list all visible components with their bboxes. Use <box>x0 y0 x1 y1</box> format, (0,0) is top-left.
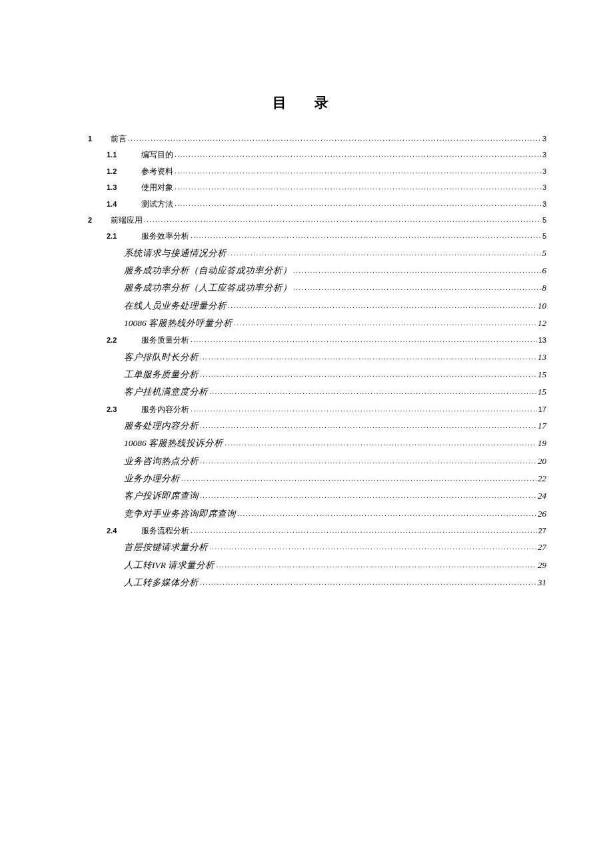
toc-leader <box>175 196 541 212</box>
toc-page-number: 10 <box>538 297 546 314</box>
toc-page-number: 8 <box>542 279 547 296</box>
toc-entry[interactable]: 2.2服务质量分析13 <box>67 332 546 348</box>
toc-entry[interactable]: 1.1编写目的3 <box>67 147 546 163</box>
toc-entry[interactable]: 客户排队时长分析13 <box>67 349 546 366</box>
toc-page-number: 24 <box>538 487 546 504</box>
toc-label: 10086 客服热线投诉分析 <box>124 435 223 452</box>
toc-label: 客户挂机满意度分析 <box>124 383 208 401</box>
toc-entry[interactable]: 客户投诉即席查询24 <box>67 487 546 505</box>
toc-entry[interactable]: 10086 客服热线外呼量分析12 <box>67 315 546 332</box>
toc-label: 服务内容分析 <box>141 402 189 417</box>
toc-entry[interactable]: 竞争对手业务咨询即席查询26 <box>67 505 546 523</box>
toc-entry[interactable]: 首层按键请求量分析27 <box>67 539 546 556</box>
toc-label: 参考资料 <box>141 164 173 179</box>
toc-entry[interactable]: 客户挂机满意度分析15 <box>67 383 546 401</box>
toc-number: 2.3 <box>107 403 136 417</box>
toc-leader <box>175 163 541 179</box>
toc-entry[interactable]: 10086 客服热线投诉分析19 <box>67 435 546 452</box>
toc-entry[interactable]: 工单服务质量分析15 <box>67 366 546 383</box>
toc-label: 工单服务质量分析 <box>124 366 199 383</box>
toc-entry[interactable]: 在线人员业务处理量分析10 <box>67 297 546 315</box>
toc-page-number: 3 <box>542 181 546 195</box>
toc-number: 1 <box>88 132 105 146</box>
toc-leader <box>225 435 536 451</box>
toc-entry[interactable]: 人工转IVR 请求量分析29 <box>67 557 546 574</box>
toc-label: 服务效率分析 <box>141 229 189 244</box>
toc-page-number: 29 <box>538 557 546 573</box>
toc-entry[interactable]: 1.4测试方法3 <box>67 196 546 212</box>
toc-page-number: 13 <box>538 349 546 365</box>
toc-label: 服务流程分析 <box>141 523 189 539</box>
toc-number: 2.1 <box>107 229 136 243</box>
toc-leader <box>293 263 541 279</box>
toc-label: 使用对象 <box>141 180 173 195</box>
toc-label: 服务处理内容分析 <box>124 417 199 435</box>
toc-page-number: 20 <box>538 453 546 469</box>
toc-leader <box>175 147 541 163</box>
toc-page-number: 5 <box>542 229 546 243</box>
toc-entry[interactable]: 服务成功率分析（人工应答成功率分析）8 <box>67 279 546 297</box>
toc-entry[interactable]: 人工转多媒体分析31 <box>67 574 546 591</box>
toc-leader <box>216 557 536 573</box>
toc-leader <box>209 539 536 555</box>
toc-number: 1.3 <box>107 181 136 195</box>
toc-label: 客户投诉即席查询 <box>124 487 199 505</box>
toc-entry[interactable]: 业务办理分析22 <box>67 470 546 487</box>
toc-number: 1.4 <box>107 197 136 211</box>
toc-entry[interactable]: 2.4服务流程分析27 <box>67 523 546 539</box>
toc-page-number: 6 <box>542 262 547 279</box>
table-of-contents: 1前言31.1编写目的31.2参考资料31.3使用对象31.4测试方法32前端应… <box>67 131 546 591</box>
toc-leader <box>175 179 541 195</box>
toc-number: 1.1 <box>107 148 136 162</box>
toc-label: 前端应用 <box>111 213 143 228</box>
toc-page-number: 13 <box>538 333 546 347</box>
toc-entry[interactable]: 服务处理内容分析17 <box>67 417 546 435</box>
toc-number: 2.2 <box>107 333 136 347</box>
toc-label: 服务成功率分析（自动应答成功率分析） <box>124 262 292 279</box>
toc-label: 业务咨询热点分析 <box>124 453 199 470</box>
toc-entry[interactable]: 2.3服务内容分析17 <box>67 401 546 417</box>
toc-entry[interactable]: 2前端应用5 <box>67 212 546 228</box>
toc-leader <box>209 384 536 400</box>
toc-entry[interactable]: 1前言3 <box>67 131 546 147</box>
toc-page-number: 17 <box>538 403 546 417</box>
toc-page-number: 15 <box>538 366 546 383</box>
toc-label: 系统请求与接通情况分析 <box>124 245 227 262</box>
toc-leader <box>228 298 536 314</box>
toc-page-number: 12 <box>538 315 546 331</box>
toc-label: 人工转IVR 请求量分析 <box>124 557 215 574</box>
toc-entry[interactable]: 系统请求与接通情况分析5 <box>67 245 546 262</box>
document-page: 目 录 1前言31.1编写目的31.2参考资料31.3使用对象31.4测试方法3… <box>0 0 613 591</box>
toc-page-number: 3 <box>542 165 546 179</box>
toc-number: 2.4 <box>107 524 136 538</box>
toc-entry[interactable]: 1.2参考资料3 <box>67 163 546 179</box>
toc-label: 人工转多媒体分析 <box>124 574 199 591</box>
toc-entry[interactable]: 2.1服务效率分析5 <box>67 228 546 244</box>
toc-page-number: 31 <box>538 574 546 591</box>
toc-number: 2 <box>88 213 105 227</box>
toc-page-number: 5 <box>542 213 546 227</box>
toc-page-number: 5 <box>542 245 547 261</box>
toc-label: 竞争对手业务咨询即席查询 <box>124 505 236 523</box>
toc-page-number: 19 <box>538 435 546 451</box>
toc-leader <box>200 575 536 591</box>
toc-leader <box>200 453 536 469</box>
toc-leader <box>200 349 536 365</box>
toc-entry[interactable]: 业务咨询热点分析20 <box>67 453 546 470</box>
toc-page-number: 3 <box>542 132 546 146</box>
toc-page-number: 3 <box>542 148 546 162</box>
toc-entry[interactable]: 服务成功率分析（自动应答成功率分析）6 <box>67 262 546 279</box>
toc-label: 服务质量分析 <box>141 333 189 348</box>
toc-page-number: 27 <box>538 539 546 555</box>
toc-page-number: 27 <box>538 524 546 538</box>
toc-leader <box>237 506 536 522</box>
toc-leader <box>144 212 541 228</box>
toc-label: 业务办理分析 <box>124 470 180 487</box>
toc-label: 服务成功率分析（人工应答成功率分析） <box>124 279 292 297</box>
toc-leader <box>234 315 536 331</box>
toc-leader <box>128 131 541 147</box>
toc-leader <box>181 471 536 487</box>
toc-page-number: 17 <box>538 417 546 434</box>
toc-leader <box>191 523 537 539</box>
toc-entry[interactable]: 1.3使用对象3 <box>67 179 546 195</box>
